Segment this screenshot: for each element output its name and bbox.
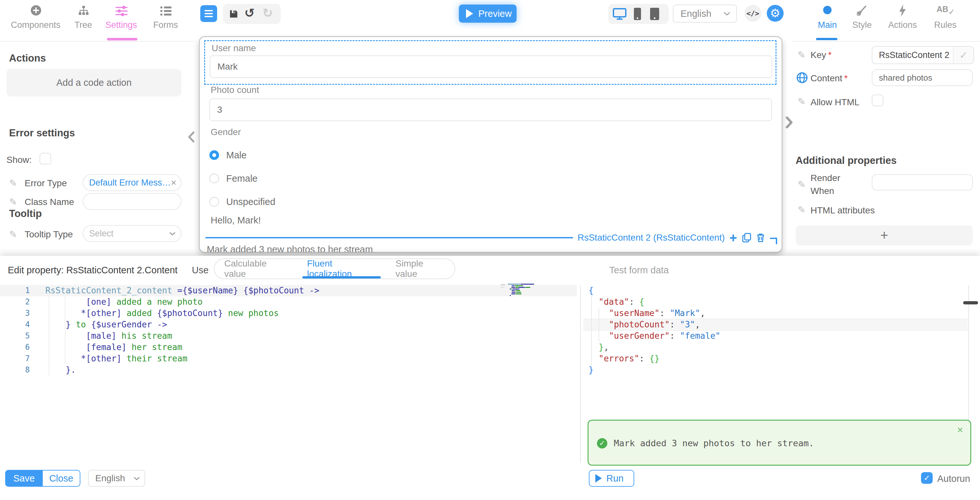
radio-option-male[interactable]: Male	[209, 150, 247, 160]
tab-rules[interactable]: AB✓ Rules	[928, 3, 963, 34]
form-canvas: User name Mark Photo count 3 Gender Male…	[199, 36, 782, 252]
pencil-icon[interactable]: ✎	[797, 204, 806, 215]
tab-actions[interactable]: Actions	[883, 3, 922, 34]
tab-style[interactable]: Style	[846, 3, 878, 34]
autorun-checkbox[interactable]: ✓	[921, 472, 933, 484]
tab-fluent-localization[interactable]: Fluent localization	[297, 259, 386, 278]
editor-scrollbar-thumb[interactable]	[963, 301, 978, 305]
close-button[interactable]: Close	[43, 470, 80, 487]
error-type-value: Default Error Mess…	[89, 178, 171, 188]
code-line[interactable]: "errors": {}	[583, 353, 968, 364]
tooltip-type-select[interactable]: Select	[83, 225, 181, 242]
code-line[interactable]: "userGender": "female"	[583, 330, 968, 342]
collapse-right-panel-icon[interactable]	[786, 117, 793, 128]
code-line[interactable]: }	[583, 364, 968, 376]
clear-icon[interactable]: ×	[171, 177, 177, 188]
code-line[interactable]: 1RsStaticContent_2_content ={$userName} …	[0, 285, 577, 296]
tab-main[interactable]: Main	[812, 3, 843, 34]
code-line[interactable]: 8 }.	[0, 364, 577, 376]
tab-settings[interactable]: Settings	[105, 3, 137, 34]
language-select-bottom[interactable]: English	[88, 470, 145, 487]
form-settings-button[interactable]: ⚙	[767, 5, 784, 22]
error-type-chip[interactable]: Default Error Mess… ×	[83, 174, 181, 191]
code-line[interactable]: "userName": "Mark",	[583, 308, 968, 319]
form-designer-app: Components Tree Settings Forms	[0, 0, 980, 500]
tab-simple-value[interactable]: Simple value	[386, 259, 455, 278]
show-errors-checkbox[interactable]	[40, 153, 51, 165]
code-line[interactable]: "data": {	[583, 296, 968, 308]
save-icon[interactable]	[229, 9, 239, 19]
user-name-input[interactable]: Mark	[210, 56, 772, 78]
pencil-icon[interactable]: ✎	[797, 179, 806, 190]
check-icon: ✓	[924, 473, 930, 483]
hello-text: Hello, Mark!	[211, 215, 261, 226]
radio-selected-icon[interactable]	[209, 150, 219, 160]
property-editor-panel: Edit property: RsStaticContent 2.Content…	[0, 256, 980, 500]
allow-html-checkbox[interactable]	[872, 95, 883, 106]
undo-icon[interactable]: ↺	[244, 6, 255, 20]
gender-label: Gender	[211, 127, 241, 137]
close-alert-icon[interactable]: ×	[957, 424, 963, 436]
allow-html-label: Allow HTML	[810, 97, 859, 108]
phone-icon[interactable]	[633, 8, 641, 21]
hovered-component-toolbar: RsStaticContent 2 (RsStaticContent) +	[205, 233, 777, 243]
tab-forms[interactable]: Forms	[150, 3, 182, 34]
pencil-icon[interactable]: ✎	[9, 229, 17, 240]
code-line[interactable]: {	[583, 285, 968, 296]
class-name-input[interactable]	[83, 193, 181, 210]
hovered-component-label[interactable]: RsStaticContent 2 (RsStaticContent)	[578, 233, 725, 243]
render-when-input[interactable]	[872, 174, 973, 190]
tablet-icon[interactable]	[650, 8, 660, 21]
device-switcher-group	[608, 4, 668, 24]
pencil-icon[interactable]: ✎	[797, 96, 806, 107]
code-line[interactable]: 6 [female] her stream	[0, 342, 577, 353]
plus-circle-icon	[31, 5, 41, 16]
key-confirm-segment[interactable]: ✓	[953, 47, 974, 63]
radio-option-female[interactable]: Female	[209, 174, 258, 183]
spellcheck-icon: AB✓	[937, 5, 956, 17]
add-component-icon[interactable]: +	[730, 233, 737, 243]
list-icon	[161, 6, 172, 16]
run-button[interactable]: Run	[589, 470, 634, 487]
fluent-code-editor[interactable]: 1RsStaticContent_2_content ={$userName} …	[0, 285, 577, 376]
duplicate-icon[interactable]	[742, 233, 751, 243]
language-select-top[interactable]: English	[673, 5, 737, 23]
add-property-button[interactable]: +	[795, 225, 973, 246]
desktop-icon[interactable]	[613, 8, 627, 20]
radio-icon[interactable]	[209, 174, 219, 183]
preview-button[interactable]: Preview	[459, 5, 517, 23]
code-line[interactable]: 5 [male] his stream	[0, 330, 577, 342]
content-input[interactable]: shared photos	[872, 69, 973, 86]
tab-tree[interactable]: Tree	[67, 3, 100, 34]
tooltip-heading: Tooltip	[9, 208, 42, 219]
code-line[interactable]: "photoCount": "3",	[583, 319, 968, 330]
add-code-action-button[interactable]: Add a code action	[6, 69, 181, 97]
pencil-icon[interactable]: ✎	[9, 196, 17, 208]
code-line[interactable]: 7 *[other] their stream	[0, 353, 577, 364]
tab-calculable-value[interactable]: Calculable value	[215, 259, 297, 278]
pencil-icon[interactable]: ✎	[797, 49, 806, 60]
tab-components[interactable]: Components	[6, 3, 65, 34]
collapse-left-panel-icon[interactable]	[188, 132, 194, 143]
pencil-icon[interactable]: ✎	[9, 178, 17, 189]
autorun-label: Autorun	[937, 473, 970, 484]
panes-divider	[580, 285, 581, 462]
code-line[interactable]: 3 *[other] added {$photoCount} new photo…	[0, 308, 577, 319]
key-input[interactable]: RsStaticContent 2 ✓	[872, 46, 974, 64]
key-label-row: Key*	[810, 50, 832, 60]
photo-count-input[interactable]: 3	[209, 98, 772, 121]
radio-option-unspecified[interactable]: Unspecified	[209, 197, 275, 206]
redo-icon[interactable]: ↻	[262, 6, 273, 20]
source-code-button[interactable]: </>	[745, 5, 761, 22]
test-data-editor[interactable]: { "data": { "userName": "Mark", "photoCo…	[583, 285, 968, 376]
menu-button[interactable]	[200, 5, 217, 22]
content-value: shared photos	[879, 73, 932, 83]
delete-icon[interactable]	[756, 233, 765, 243]
code-line[interactable]: 4 } to {$userGender ->	[0, 319, 577, 330]
selected-component-outline[interactable]: User name Mark	[204, 40, 776, 85]
save-button[interactable]: Save	[5, 470, 43, 487]
globe-icon[interactable]	[796, 72, 808, 84]
code-line[interactable]: 2 [one] added a new photo	[0, 296, 577, 308]
code-line[interactable]: },	[583, 342, 968, 353]
radio-icon[interactable]	[209, 197, 219, 206]
